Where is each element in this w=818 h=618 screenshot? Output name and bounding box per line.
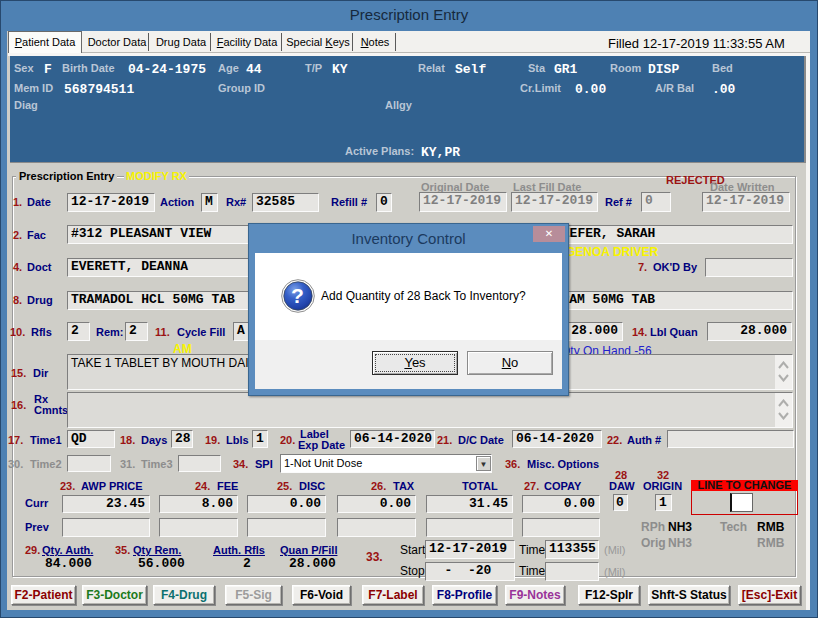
svg-text:?: ? — [291, 284, 304, 307]
